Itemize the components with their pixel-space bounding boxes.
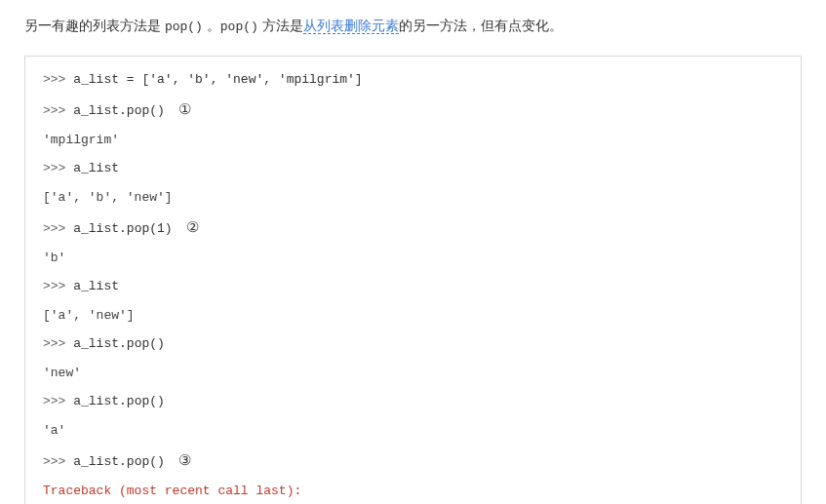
error-text: Traceback (most recent call last): bbox=[43, 484, 301, 498]
repl-prompt: >>> bbox=[43, 161, 73, 175]
code-text: a_list bbox=[73, 161, 119, 175]
intro-mono1: pop() bbox=[165, 19, 203, 34]
code-text: a_list.pop() bbox=[73, 394, 165, 408]
code-line: >>> a_list.pop()① bbox=[43, 98, 783, 121]
error-line: Traceback (most recent call last): bbox=[43, 482, 783, 501]
output-line: 'b' bbox=[43, 249, 783, 268]
code-text: a_list.pop() bbox=[73, 336, 165, 351]
code-text: a_list = ['a', 'b', 'new', 'mpilgrim'] bbox=[73, 72, 362, 87]
repl-prompt: >>> bbox=[43, 221, 73, 236]
code-block: >>> a_list = ['a', 'b', 'new', 'mpilgrim… bbox=[24, 56, 802, 504]
code-text: a_list.pop(1) bbox=[73, 221, 172, 236]
code-line: >>> a_list bbox=[43, 277, 783, 296]
intro-text: 另一有趣的列表方法是 bbox=[24, 18, 165, 33]
output-line: 'mpilgrim' bbox=[43, 131, 783, 150]
repl-prompt: >>> bbox=[43, 454, 73, 469]
code-line: >>> a_list = ['a', 'b', 'new', 'mpilgrim… bbox=[43, 70, 783, 90]
output-text: 'mpilgrim' bbox=[43, 133, 119, 147]
code-text: a_list.pop() bbox=[73, 454, 165, 469]
repl-prompt: >>> bbox=[43, 279, 73, 293]
annotation-marker: ③ bbox=[178, 449, 191, 472]
intro-text2: 。 bbox=[203, 18, 220, 33]
repl-prompt: >>> bbox=[43, 394, 73, 408]
output-line: 'a' bbox=[43, 421, 783, 441]
code-line: >>> a_list.pop()③ bbox=[43, 449, 783, 472]
intro-text4: 的另一方法，但有点变化。 bbox=[399, 18, 563, 33]
code-line: >>> a_list.pop(1)② bbox=[43, 216, 783, 239]
code-line: >>> a_list bbox=[43, 159, 783, 178]
output-text: 'new' bbox=[43, 366, 81, 380]
code-text: a_list bbox=[73, 279, 119, 293]
annotation-marker: ② bbox=[186, 216, 199, 239]
output-text: 'a' bbox=[43, 423, 65, 438]
repl-prompt: >>> bbox=[43, 336, 73, 351]
intro-link[interactable]: 从列表删除元素 bbox=[303, 18, 399, 34]
code-line: >>> a_list.pop() bbox=[43, 334, 783, 354]
output-line: ['a', 'new'] bbox=[43, 306, 783, 326]
output-text: ['a', 'b', 'new'] bbox=[43, 190, 173, 205]
output-text: ['a', 'new'] bbox=[43, 308, 135, 323]
output-text: 'b' bbox=[43, 251, 65, 265]
repl-prompt: >>> bbox=[43, 72, 73, 87]
intro-text3: 方法是 bbox=[258, 18, 303, 33]
code-line: >>> a_list.pop() bbox=[43, 392, 783, 411]
output-line: 'new' bbox=[43, 364, 783, 383]
intro-mono2: pop() bbox=[220, 19, 258, 34]
intro-paragraph: 另一有趣的列表方法是 pop() 。pop() 方法是从列表删除元素的另一方法，… bbox=[24, 15, 802, 38]
repl-prompt: >>> bbox=[43, 103, 73, 118]
output-line: ['a', 'b', 'new'] bbox=[43, 188, 783, 208]
code-text: a_list.pop() bbox=[73, 103, 165, 118]
annotation-marker: ① bbox=[178, 98, 191, 121]
